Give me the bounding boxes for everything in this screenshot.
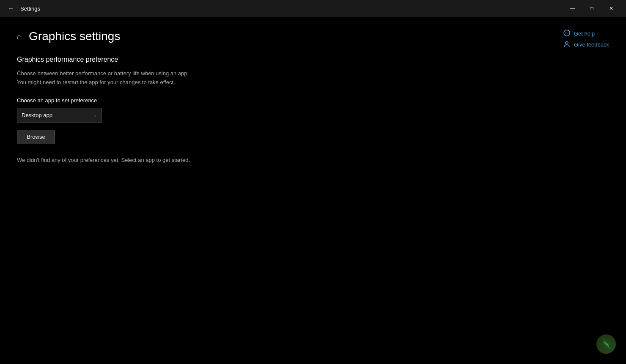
- watermark: 🦎: [596, 334, 618, 356]
- sidebar-help: Get help Give feedback: [563, 30, 609, 48]
- choose-app-label: Choose an app to set preference: [17, 97, 609, 104]
- svg-point-4: [566, 42, 568, 44]
- get-help-link[interactable]: Get help: [563, 30, 609, 37]
- app-type-dropdown[interactable]: Desktop app ⌄: [17, 108, 102, 123]
- home-icon: ⌂: [17, 32, 22, 41]
- page-title: Graphics settings: [29, 30, 120, 43]
- section-title: Graphics performance preference: [17, 56, 609, 63]
- browse-button[interactable]: Browse: [17, 130, 55, 144]
- give-feedback-link[interactable]: Give feedback: [563, 41, 609, 48]
- svg-point-3: [568, 33, 568, 33]
- app-dropdown-wrapper: Desktop app ⌄: [17, 108, 609, 123]
- close-button[interactable]: ✕: [601, 0, 621, 17]
- content-area: ⌂ Graphics settings Graphics performance…: [0, 17, 626, 364]
- description-line2: You might need to restart the app for yo…: [17, 78, 609, 87]
- svg-point-2: [566, 33, 567, 33]
- description-text: Choose between better performance or bat…: [17, 69, 609, 87]
- window-controls: — □ ✕: [563, 0, 621, 17]
- no-preferences-text: We didn't find any of your preferences y…: [17, 157, 609, 163]
- page-header: ⌂ Graphics settings: [17, 30, 609, 43]
- main-window: ← Settings — □ ✕ ⌂ Graphics settings Gra…: [0, 0, 626, 364]
- minimize-button[interactable]: —: [563, 0, 582, 17]
- dropdown-selected-value: Desktop app: [22, 112, 52, 118]
- svg-point-1: [565, 33, 566, 33]
- main-content: ⌂ Graphics settings Graphics performance…: [17, 30, 609, 351]
- description-line1: Choose between better performance or bat…: [17, 69, 609, 78]
- titlebar: ← Settings — □ ✕: [0, 0, 626, 17]
- titlebar-title: Settings: [20, 5, 563, 12]
- watermark-image: 🦎: [596, 334, 616, 354]
- chevron-down-icon: ⌄: [93, 112, 97, 118]
- get-help-label: Get help: [574, 30, 595, 37]
- back-button[interactable]: ←: [5, 3, 17, 14]
- get-help-icon: [563, 30, 571, 37]
- maximize-button[interactable]: □: [582, 0, 601, 17]
- give-feedback-icon: [563, 41, 571, 48]
- give-feedback-label: Give feedback: [574, 41, 609, 48]
